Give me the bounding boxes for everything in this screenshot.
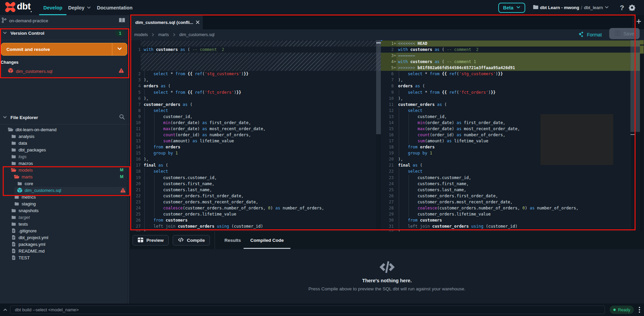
code-token — [398, 188, 418, 192]
left-editor-scrollbar[interactable] — [376, 40, 381, 231]
code-token: as — [200, 120, 207, 125]
nav-documentation[interactable]: Documentation — [97, 0, 133, 15]
code-token — [144, 175, 163, 180]
tree-item-snapshots[interactable]: snapshots — [0, 207, 130, 214]
code-line-text: <<<<<<< HEAD — [396, 40, 640, 47]
tab-dim-customers[interactable]: dim_customers.sql (confli... — [131, 15, 203, 29]
git-branch-row[interactable]: on-demand-practice — [0, 15, 130, 27]
file-icon — [11, 255, 17, 260]
tree-item-TEST[interactable]: TEST — [0, 254, 130, 261]
code-line-text: >>>>>>> b81f802a66fd544504c65721e3ffaaa9… — [396, 65, 640, 71]
new-tab-button[interactable] — [635, 18, 642, 25]
format-button[interactable]: Format — [578, 31, 602, 39]
pluscell — [394, 108, 396, 114]
search-icon[interactable] — [119, 114, 125, 121]
save-button[interactable]: Save — [609, 28, 640, 39]
nav-deploy[interactable]: Deploy — [68, 0, 91, 15]
command-input[interactable] — [10, 306, 605, 314]
iguide — [144, 211, 145, 217]
code-token: as — [273, 206, 280, 210]
svg — [8, 68, 13, 73]
breadcrumb-item[interactable]: marts — [158, 32, 169, 37]
docs-book-button[interactable] — [119, 18, 125, 24]
tree-item-data[interactable]: data — [0, 140, 130, 146]
code-token — [398, 175, 418, 180]
overflow-menu-button[interactable] — [639, 307, 640, 313]
pluscell — [394, 217, 396, 223]
pluscell — [394, 150, 396, 156]
code-token: {{ — [440, 90, 449, 95]
code-token: customer_id — [234, 224, 260, 229]
code-line-text: min(order_date) as first_order_date, — [141, 120, 381, 126]
code-token: max — [418, 126, 425, 131]
tree-item-staging[interactable]: staging — [0, 200, 130, 207]
breadcrumb-item[interactable]: models — [134, 32, 148, 37]
code-token — [144, 206, 163, 210]
tree-item-.gitignore[interactable]: .gitignore — [0, 227, 130, 234]
commit-button-caret[interactable] — [112, 43, 127, 55]
compile-button[interactable]: Compile — [173, 235, 210, 246]
tree-item-label: data — [19, 141, 27, 146]
svg — [15, 195, 19, 199]
tree-item-dbt_packages[interactable]: dbt_packages — [0, 146, 130, 153]
account-project-switcher[interactable]: dbt Learn - mwong / dbt_learn — [533, 5, 609, 11]
tab-results[interactable]: Results — [220, 231, 246, 249]
chevron-down-icon — [516, 5, 521, 10]
code-line: 23 customer_orders.most_recent_order_dat… — [131, 199, 381, 205]
preview-grid-icon — [138, 237, 143, 243]
tree-item-dim_customers.sql[interactable]: dim_customers.sql — [0, 187, 130, 194]
code-token: as — [200, 133, 207, 137]
dbt-logo[interactable]: dbt — [5, 2, 32, 14]
tree-item-core[interactable]: core — [0, 180, 130, 187]
commit-and-resolve-button[interactable]: Commit and resolve — [1, 43, 127, 56]
chevron-up-icon[interactable] — [0, 308, 10, 312]
path — [12, 148, 16, 151]
nav-develop[interactable]: Develop — [43, 0, 62, 15]
scrollbar-thumb[interactable] — [376, 40, 381, 134]
tree-item-dbt-learn-on-demand[interactable]: dbt-learn-on-demand — [0, 126, 130, 133]
tab-compiled-code[interactable]: Compiled Code — [246, 231, 288, 249]
changed-file-row[interactable]: dim_customers.sql — [0, 67, 130, 75]
code-token: select — [408, 169, 422, 174]
tree-item-dbt_project.yml[interactable]: dbt_project.yml — [0, 234, 130, 241]
status-badge[interactable]: Ready — [610, 306, 634, 314]
rect — [121, 71, 121, 72]
pluscell — [394, 83, 396, 89]
tree-item-target[interactable]: target — [0, 214, 130, 221]
tree-item-macros[interactable]: macros — [0, 160, 130, 167]
tree-item-README.md[interactable]: README.md — [0, 248, 130, 254]
scrollbar-thumb[interactable] — [631, 40, 640, 132]
code-token: }} — [498, 71, 503, 76]
code-token: ), — [398, 78, 403, 82]
tree-item-analysis[interactable]: analysis — [0, 133, 130, 140]
tree-item-metrics[interactable]: metrics — [0, 194, 130, 200]
iguide — [409, 205, 409, 211]
rect — [123, 191, 123, 192]
merge-editor[interactable]: 1with customers as ( -- comment 22 selec… — [130, 40, 644, 231]
iguide — [154, 199, 155, 205]
line-number: 1 — [131, 47, 141, 53]
tree-item-packages.yml[interactable]: packages.yml — [0, 241, 130, 248]
code-token: select — [153, 108, 168, 113]
settings-gear-button[interactable] — [629, 4, 635, 11]
preview-button[interactable]: Preview — [133, 235, 169, 246]
tree-item-models[interactable]: modelsM — [0, 167, 130, 173]
code-token: 1 — [427, 151, 432, 155]
tree-item-logs[interactable]: logs — [0, 153, 130, 160]
code-token: select — [153, 90, 168, 95]
close-icon[interactable] — [196, 20, 200, 24]
code-token: using — [469, 224, 483, 229]
dbt-logo-text: dbt — [17, 1, 30, 11]
version-control-header[interactable]: Version Control 1 — [0, 27, 130, 40]
beta-dropdown[interactable]: Beta — [498, 3, 525, 13]
right-editor-scrollbar[interactable] — [630, 40, 640, 231]
code-token: ======= — [398, 53, 415, 58]
tree-item-marts[interactable]: martsM — [0, 173, 130, 180]
breadcrumb-item[interactable]: dim_customers.sql — [179, 32, 215, 37]
file-explorer-header[interactable]: File Explorer — [0, 111, 130, 124]
iguide — [144, 223, 145, 229]
help-button[interactable]: ? — [620, 4, 624, 12]
tree-item-tests[interactable]: tests — [0, 221, 130, 227]
editor-pane-left[interactable]: 1with customers as ( -- comment 22 selec… — [131, 40, 381, 231]
iguide — [399, 89, 399, 95]
